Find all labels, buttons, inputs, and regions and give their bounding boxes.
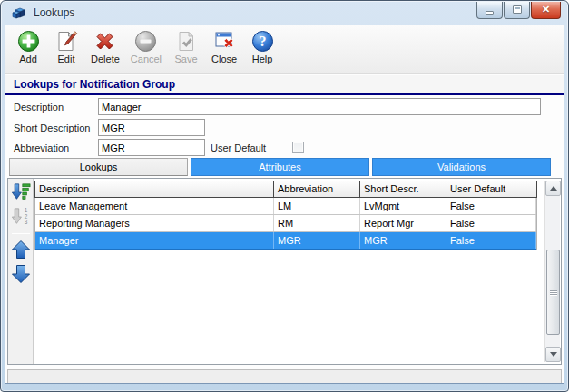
close-window-button[interactable]: ✕	[531, 2, 561, 19]
label-text: dd	[26, 54, 37, 64]
help-button[interactable]: ? Help	[245, 28, 280, 66]
cell-description: Reporting Managers	[35, 215, 274, 231]
grid-header-row: Description Abbreviation Short Descr. Us…	[34, 181, 537, 198]
cell-abbreviation: MGR	[274, 232, 360, 249]
table-row-leave-management[interactable]: Leave Management LM LvMgmt False	[35, 198, 536, 215]
triangle-up-icon	[550, 186, 557, 191]
minimize-icon	[486, 11, 494, 15]
close-button[interactable]: Close	[207, 28, 241, 66]
cell-description: Manager	[35, 232, 274, 249]
user-default-label: User Default	[211, 142, 266, 153]
numeric-sort-button: 1 2 3	[11, 207, 31, 227]
scrollbar-grip-icon	[550, 290, 557, 291]
window-controls: ✕	[476, 2, 561, 19]
delete-button[interactable]: Delete	[87, 28, 123, 66]
description-label: Description	[14, 102, 64, 113]
cell-abbreviation: LM	[274, 198, 360, 214]
column-header-user-default[interactable]: User Default	[446, 181, 536, 197]
label-mnemonic: H	[252, 54, 260, 64]
label-text: elp	[260, 54, 273, 64]
close-icon	[213, 30, 236, 53]
label-mnemonic: E	[58, 54, 64, 64]
cell-short-descr: MGR	[360, 232, 446, 249]
lookups-window: Lookups ✕ Add	[0, 0, 569, 392]
add-label: Add	[19, 53, 37, 65]
cancel-icon	[134, 30, 157, 53]
table-row-manager-selected[interactable]: Manager MGR MGR False	[35, 232, 536, 250]
tab-validations[interactable]: Validations	[372, 158, 551, 176]
cancel-label: Cancel	[131, 53, 162, 65]
user-default-checkbox[interactable]	[292, 142, 304, 153]
sort-button[interactable]	[11, 182, 31, 202]
save-icon	[175, 30, 198, 53]
maximize-icon	[513, 5, 522, 14]
cell-user-default: False	[446, 215, 536, 231]
label-mnemonic: C	[131, 54, 138, 64]
toolbar: Add Edit	[5, 25, 564, 74]
table-row-reporting-managers[interactable]: Reporting Managers RM Report Mgr False	[35, 215, 536, 232]
label-text: elete	[98, 54, 120, 64]
status-bar	[7, 369, 562, 384]
maximize-button[interactable]	[504, 2, 530, 19]
add-button[interactable]: Add	[11, 28, 45, 66]
edit-icon	[55, 30, 78, 53]
help-icon: ?	[251, 30, 274, 53]
vertical-scrollbar[interactable]	[544, 181, 560, 362]
add-icon	[17, 30, 40, 53]
arrow-down-icon	[11, 273, 31, 287]
cell-abbreviation: RM	[274, 215, 360, 231]
form-area: Description Short Description Abbreviati…	[5, 97, 564, 158]
svg-text:?: ?	[259, 34, 266, 49]
column-header-description[interactable]: Description	[35, 181, 274, 197]
numeric-sort-icon: 1 2 3	[11, 216, 31, 230]
cell-user-default: False	[446, 232, 536, 249]
label-text: ancel	[138, 54, 162, 64]
delete-label: Delete	[91, 53, 120, 65]
sort-descending-icon	[11, 191, 31, 205]
titlebar[interactable]: Lookups ✕	[1, 1, 568, 24]
svg-text:3: 3	[24, 219, 27, 225]
column-header-abbreviation[interactable]: Abbreviation	[274, 181, 360, 197]
scrollbar-thumb[interactable]	[546, 250, 560, 335]
description-input[interactable]	[98, 98, 541, 115]
section-title: Lookups for Notification Group	[14, 78, 175, 91]
minimize-button[interactable]	[476, 2, 503, 19]
label-mnemonic: A	[19, 54, 25, 64]
lookup-grid-region: 1 2 3	[7, 178, 562, 365]
divider	[12, 233, 30, 234]
move-down-button[interactable]	[11, 264, 31, 284]
short-description-label: Short Description	[14, 122, 90, 133]
cell-short-descr: LvMgmt	[360, 198, 446, 214]
abbreviation-input[interactable]	[98, 139, 205, 156]
edit-label: Edit	[58, 53, 75, 65]
save-button: Save	[169, 28, 203, 66]
triangle-down-icon	[550, 352, 557, 357]
label-text: dit	[64, 54, 75, 64]
arrow-up-icon	[11, 249, 31, 262]
short-description-input[interactable]	[98, 119, 205, 136]
move-up-button[interactable]	[11, 240, 31, 260]
save-label: Save	[175, 53, 198, 65]
delete-icon	[93, 30, 116, 53]
edit-button[interactable]: Edit	[49, 28, 83, 66]
lookup-grid: Description Abbreviation Short Descr. Us…	[34, 181, 537, 250]
column-header-short-descr[interactable]: Short Descr.	[360, 181, 446, 197]
cell-user-default: False	[446, 198, 536, 214]
tab-lookups[interactable]: Lookups	[9, 158, 188, 176]
scroll-down-button[interactable]	[545, 347, 561, 362]
close-icon: ✕	[542, 5, 550, 15]
label-text: Cl	[211, 54, 221, 64]
scroll-up-button[interactable]	[545, 181, 561, 196]
cell-description: Leave Management	[35, 198, 274, 214]
label-mnemonic: D	[91, 54, 98, 64]
close-label: Close	[211, 53, 237, 65]
grid-body: Leave Management LM LvMgmt False Reporti…	[34, 198, 537, 250]
tab-attributes[interactable]: Attributes	[191, 158, 369, 176]
cancel-button: Cancel	[127, 28, 165, 66]
grid-side-toolbar: 1 2 3	[8, 179, 34, 364]
abbreviation-label: Abbreviation	[14, 142, 69, 153]
cell-short-descr: Report Mgr	[360, 215, 446, 231]
window-title: Lookups	[34, 6, 74, 19]
help-label: Help	[252, 53, 273, 65]
app-cube-icon	[12, 5, 28, 20]
